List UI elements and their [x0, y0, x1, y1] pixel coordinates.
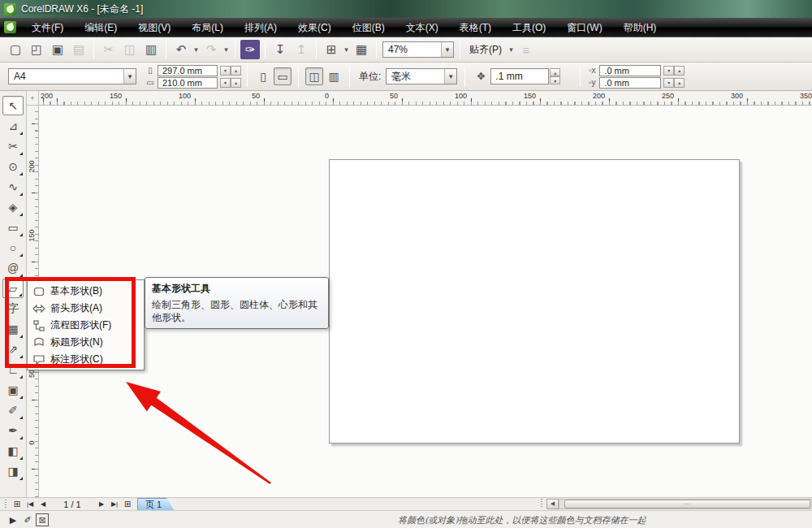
page-canvas[interactable] [329, 159, 740, 444]
duplicate-y-field[interactable]: .0 mm [599, 77, 661, 89]
search-content-button[interactable]: ✑ [240, 40, 260, 59]
previous-page-button[interactable]: ◀ [37, 499, 50, 510]
options-button[interactable]: ≡ [516, 40, 536, 59]
h-ruler-label: 50 [242, 92, 260, 100]
basic-shapes-tool[interactable]: ▱ [2, 279, 24, 298]
save-button[interactable]: ▣ [48, 40, 67, 59]
new-document-button[interactable]: ▢ [6, 40, 25, 59]
scroll-left-button[interactable]: ◀ [546, 499, 559, 509]
page-height-spinner[interactable] [220, 78, 241, 88]
no-fill-icon[interactable]: ⊠ [36, 513, 49, 526]
paste-button[interactable]: ▥ [141, 40, 161, 59]
polygon-tool[interactable]: @ [2, 258, 24, 278]
nudge-field[interactable]: .1 mm [490, 68, 549, 84]
menu-item-5[interactable]: 效果(C) [287, 18, 342, 37]
menu-item-4[interactable]: 排列(A) [234, 18, 287, 37]
fill-tool[interactable]: ◧ [2, 441, 24, 461]
undo-button[interactable]: ↶ [171, 40, 191, 59]
rectangle-tool[interactable]: ▭ [2, 218, 24, 237]
eyedropper-icon[interactable]: ✐ [21, 513, 34, 526]
crop-tool[interactable]: ✂ [2, 136, 24, 156]
zoom-tool[interactable]: ⊙ [2, 157, 24, 176]
menu-item-callout-shapes[interactable]: 标注形状(C) [28, 351, 144, 368]
run-icon[interactable]: ▶ [6, 513, 19, 526]
print-button[interactable]: ▤ [69, 40, 89, 59]
shape-tool[interactable]: ⊿ [2, 116, 24, 136]
duplicate-x-field[interactable]: .0 mm [599, 65, 661, 76]
scrollbar-splitter[interactable] [538, 499, 544, 509]
welcome-screen-button[interactable]: ▦ [352, 40, 371, 59]
menu-item-banner-shapes[interactable]: 标题形状(N) [28, 334, 144, 351]
text-tool[interactable]: 字 [2, 299, 24, 318]
page-tab[interactable]: 页 1 [137, 498, 174, 510]
add-page-left-button[interactable]: ⊞ [11, 499, 24, 510]
first-page-button[interactable]: |◀ [24, 499, 37, 510]
snap-dropdown-icon[interactable] [507, 40, 516, 59]
horizontal-ruler[interactable]: 20015010050050100150200250300350 [39, 91, 812, 106]
page-height-field[interactable]: 210.0 mm [158, 77, 218, 89]
page-preset-combo[interactable]: A4 [8, 68, 136, 84]
next-page-button[interactable]: ▶ [95, 499, 108, 510]
menu-item-basic-shapes[interactable]: 基本形状(B) [28, 283, 144, 300]
splitter-handle[interactable] [2, 500, 8, 509]
eyedropper-tool[interactable]: ✐ [2, 400, 24, 420]
cut-button[interactable]: ✂ [99, 40, 119, 59]
page-preset-dropdown-icon[interactable] [123, 69, 136, 84]
redo-dropdown-icon[interactable] [222, 40, 231, 59]
standard-toolbar: ▢◰▣▤✂◫▥↶↷✑↧↥⊞▦47%贴齐(P)≡ [0, 37, 812, 63]
menu-item-arrow-shapes[interactable]: 箭头形状(A) [28, 300, 144, 317]
menu-item-flowchart-shapes[interactable]: 流程图形状(F) [28, 317, 144, 334]
flyout-corner-icon [19, 436, 23, 439]
menu-item-6[interactable]: 位图(B) [342, 18, 395, 37]
table-tool[interactable]: ▦ [2, 319, 24, 339]
zoom-level-combo[interactable]: 47% [382, 41, 454, 58]
flyout-corner-icon [19, 172, 23, 175]
portrait-button[interactable]: ▯ [254, 67, 272, 85]
pick-tool[interactable]: ↖ [2, 96, 24, 115]
duplicate-y-spinner[interactable] [663, 78, 685, 88]
copy-button[interactable]: ◫ [120, 40, 140, 59]
export-button[interactable]: ↥ [292, 40, 311, 59]
snap-to-button[interactable]: 贴齐(P) [464, 40, 507, 59]
app-launcher-dropdown-icon[interactable] [342, 40, 351, 59]
undo-dropdown-icon[interactable] [192, 40, 201, 59]
last-page-button[interactable]: ▶| [108, 499, 121, 510]
app-launcher-button[interactable]: ⊞ [322, 40, 341, 59]
shapes-flyout-menu: 基本形状(B)箭头形状(A)流程图形状(F)标题形状(N)标注形状(C) [27, 279, 145, 370]
freehand-tool[interactable]: ∿ [2, 177, 24, 197]
connector-tool[interactable]: ∟ [2, 360, 24, 379]
redo-button[interactable]: ↷ [201, 40, 221, 59]
nudge-spinner[interactable] [550, 68, 560, 84]
import-button[interactable]: ↧ [270, 40, 290, 59]
all-pages-button[interactable]: ◫ [305, 67, 323, 85]
status-bar: ▶ ✐ ⊠ 将颜色(或对象)拖动至此处，以便将这些颜色与文档存储在一起 [0, 510, 812, 528]
smart-fill-tool[interactable]: ◈ [2, 197, 24, 217]
add-page-right-button[interactable]: ⊞ [121, 499, 134, 510]
menu-item-10[interactable]: 窗口(W) [556, 18, 612, 37]
landscape-button[interactable]: ▭ [274, 67, 292, 85]
scroll-track[interactable]: ⋯ [559, 499, 812, 509]
menu-item-3[interactable]: 布局(L) [181, 18, 234, 37]
menu-item-8[interactable]: 表格(T) [449, 18, 502, 37]
open-button[interactable]: ◰ [27, 40, 46, 59]
menu-item-2[interactable]: 视图(V) [127, 18, 181, 37]
menu-item-11[interactable]: 帮助(H) [613, 18, 667, 37]
h-ruler-label: 100 [173, 92, 191, 100]
scroll-thumb[interactable]: ⋯ [564, 500, 810, 509]
interactive-fill-tool[interactable]: ◨ [2, 461, 24, 481]
ellipse-tool[interactable]: ○ [2, 238, 24, 258]
blend-tool[interactable]: ▣ [2, 380, 24, 400]
page-width-spinner[interactable] [220, 66, 241, 76]
current-page-button[interactable]: ▥ [325, 67, 343, 85]
page-width-field[interactable]: 297.0 mm [158, 65, 218, 76]
dimension-tool[interactable]: ⇗ [2, 340, 24, 359]
menu-item-9[interactable]: 工具(O) [502, 18, 556, 37]
outline-pen-tool[interactable]: ✒ [2, 421, 24, 440]
units-dropdown-icon[interactable] [444, 69, 456, 84]
menu-item-7[interactable]: 文本(X) [395, 18, 449, 37]
duplicate-x-spinner[interactable] [663, 66, 685, 76]
zoom-dropdown-icon[interactable] [441, 42, 453, 57]
menu-item-1[interactable]: 编辑(E) [74, 18, 127, 37]
menu-item-0[interactable]: 文件(F) [21, 18, 74, 37]
units-combo[interactable]: 毫米 [386, 68, 457, 84]
